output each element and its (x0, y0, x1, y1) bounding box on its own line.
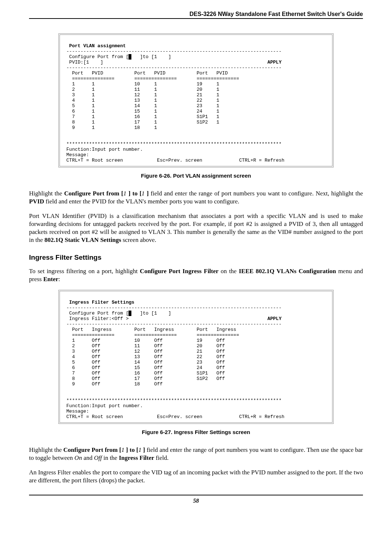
t1-pvid: PVID:[1 ] (69, 60, 103, 65)
section-heading: Ingress Filter Settings (29, 254, 363, 262)
header-title: DES-3226 NWay Standalone Fast Ethernet S… (29, 11, 363, 17)
terminal-content-2: Ingress Filter Settings ----------------… (64, 294, 328, 420)
t2-config-mid: ]to [1 ] (131, 311, 171, 316)
paragraph-1: Highlight the Configure Port from [1 ] t… (29, 190, 363, 206)
paragraph-2: Port VLAN Identifier (PVID) is a classif… (29, 212, 363, 244)
t2-fr: CTRL+R = Refresh (239, 414, 285, 420)
t2-title: Ingress Filter Settings (69, 300, 134, 305)
t1-msg: Message: (66, 152, 89, 158)
t1-fm: Esc=Prev. screen (157, 158, 202, 163)
terminal-screenshot-ingress: Ingress Filter Settings ----------------… (58, 290, 334, 424)
terminal-content: Port VLAN assignment -------------------… (64, 38, 328, 163)
t1-apply: APPLY (268, 60, 282, 65)
t1-func: Function:Input port number. (66, 147, 143, 152)
page-number: 58 (193, 498, 199, 504)
t1-fl: CTRL+T = Root screen (66, 158, 123, 163)
t1-fr: CTRL+R = Refresh (239, 158, 285, 163)
t2-fm: Esc=Prev. screen (157, 414, 202, 420)
t2-ing-filter: Ingress Filter:<Off > (69, 316, 129, 321)
figure2-caption: Figure 6-27. Ingress Filter Settings scr… (29, 429, 363, 435)
t2-fl: CTRL+T = Root screen (66, 414, 123, 420)
t1-config-label: Configure Port from [ (69, 54, 129, 60)
t2-msg: Message: (66, 409, 89, 414)
figure1-caption: Figure 6-26. Port VLAN assignment screen (29, 173, 363, 179)
terminal-screenshot-vlan: Port VLAN assignment -------------------… (58, 33, 334, 167)
t1-config-mid: ]to [1 ] (131, 54, 171, 60)
t2-func: Function:Input port number. (66, 403, 143, 409)
paragraph-4: Highlight the Configure Port from [1 ] t… (29, 446, 363, 462)
t2-apply: APPLY (268, 316, 282, 321)
page-header: DES-3226 NWay Standalone Fast Ethernet S… (29, 11, 363, 19)
term1-title: Port VLAN assignment (69, 43, 126, 49)
paragraph-5: An Ingress Filter enables the port to co… (29, 469, 363, 485)
paragraph-3: To set ingress filtering on a port, high… (29, 267, 363, 283)
t2-config-label: Configure Port from [ (69, 311, 129, 316)
page-footer: 58 (29, 495, 363, 504)
